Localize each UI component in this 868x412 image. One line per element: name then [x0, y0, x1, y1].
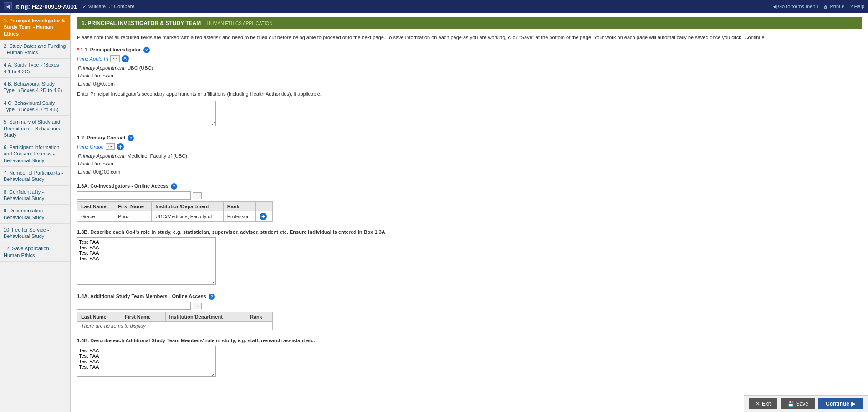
primary-contact-section: 1.2. Primary Contact ? Prinz Grape ··· +…	[77, 135, 862, 176]
print-dropdown-icon: ▾	[842, 4, 844, 9]
table-row: Grape Prinz UBC/Medicine, Faculty of Pro…	[77, 211, 273, 222]
sidebar-item-1[interactable]: 1. Principal Investigator & Study Team -…	[0, 15, 70, 40]
co-investigators-section: 1.3A. Co-Investigators - Online Access ?…	[77, 183, 862, 222]
primary-contact-details: Primary Appointment: Medicine, Faculty o…	[78, 152, 862, 176]
co-investigators-help-icon[interactable]: ?	[171, 183, 177, 190]
additional-team-table: Last Name First Name Institution/Departm…	[77, 312, 273, 330]
sidebar-item-2[interactable]: 2. Study Dates and Funding - Human Ethic…	[0, 40, 70, 59]
validate-button[interactable]: ✓ Validate	[82, 4, 106, 10]
sidebar: 1. Principal Investigator & Study Team -…	[0, 13, 71, 412]
sidebar-item-4[interactable]: 4.B. Behavioural Study Type - (Boxes 4.2…	[0, 78, 70, 97]
co-investigators-role-textarea[interactable]: Test PAA Test PAA Test PAA Test PAA	[77, 237, 216, 285]
primary-contact-name: Prinz Grape	[77, 144, 104, 149]
additional-team-section: 1.4A. Additional Study Team Members - On…	[77, 294, 862, 330]
co-investigators-label: 1.3A. Co-Investigators - Online Access ?	[77, 183, 862, 190]
go-to-forms-link[interactable]: ◀ Go to forms menu	[773, 4, 818, 10]
row-remove-button[interactable]: +	[260, 213, 267, 220]
save-button[interactable]: 💾 Save	[781, 398, 815, 409]
pi-secondary-textarea[interactable]	[77, 101, 216, 126]
co-investigators-search-row: ···	[77, 191, 862, 200]
additional-team-search-button[interactable]: ···	[193, 303, 202, 309]
co-investigators-search-button[interactable]: ···	[193, 192, 202, 199]
sidebar-item-7[interactable]: 6. Participant Information and Consent P…	[0, 141, 70, 167]
instructions-text: Please note that all required fields are…	[77, 34, 862, 41]
help-link[interactable]: ? Help	[850, 4, 864, 9]
sidebar-item-11[interactable]: 10. Fee for Service - Behavioural Study	[0, 224, 70, 243]
compare-icon: ⇌	[108, 4, 112, 10]
no-items-row: There are no items to display	[77, 322, 273, 330]
top-right-actions: ◀ Go to forms menu 🖨 Print ▾ ? Help	[773, 4, 864, 10]
additional-team-help-icon[interactable]: ?	[209, 294, 215, 300]
add-col-rank: Rank	[246, 312, 272, 322]
continue-button[interactable]: Continue ▶	[818, 398, 863, 409]
pi-details: Primary Appointment: UBC (UBC) Rank: Pro…	[78, 64, 862, 88]
additional-team-search-input[interactable]	[77, 302, 191, 310]
help-icon: ?	[850, 4, 853, 9]
sidebar-item-12[interactable]: 12. Save Application - Human Ethics	[0, 242, 70, 262]
col-institution: Institution/Department	[152, 202, 223, 211]
section-main-label: 1. PRINCIPAL INVESTIGATOR & STUDY TEAM	[82, 20, 201, 26]
pi-name: Prinz Apple PI	[77, 56, 108, 62]
primary-contact-label: 1.2. Primary Contact ?	[77, 135, 862, 141]
col-action	[256, 202, 273, 211]
primary-contact-browse-button[interactable]: ···	[106, 143, 115, 150]
sidebar-item-10[interactable]: 9. Documentation - Behavioural Study	[0, 205, 70, 224]
cell-rank: Professor	[223, 211, 255, 222]
cell-remove: +	[256, 211, 273, 222]
app-title: iting: H22-00919-A001	[15, 3, 77, 10]
additional-team-role-textarea[interactable]: Test PAA Test PAA Test PAA Test PAA	[77, 346, 216, 377]
col-rank: Rank	[223, 202, 255, 211]
exit-icon: ✕	[756, 401, 760, 407]
additional-team-label: 1.4A. Additional Study Team Members - On…	[77, 294, 862, 300]
forms-icon: ◀	[773, 4, 776, 9]
pi-section: * 1.1. Principal Investigator ? Prinz Ap…	[77, 47, 862, 128]
co-investigators-search-input[interactable]	[77, 191, 191, 200]
primary-contact-person-row: Prinz Grape ··· +	[77, 143, 862, 150]
section-header: 1. PRINCIPAL INVESTIGATOR & STUDY TEAM -…	[77, 17, 862, 29]
pi-person-row: Prinz Apple PI ··· ✕	[77, 55, 862, 62]
pi-browse-button[interactable]: ···	[110, 55, 119, 62]
cell-institution: UBC/Medicine, Faculty of	[152, 211, 223, 222]
cell-last-name: Grape	[77, 211, 114, 222]
main-content: 1. PRINCIPAL INVESTIGATOR & STUDY TEAM -…	[71, 13, 868, 412]
add-col-last-name: Last Name	[77, 312, 121, 322]
pi-label: * 1.1. Principal Investigator ?	[77, 47, 862, 53]
sidebar-item-6[interactable]: 5. Summary of Study and Recruitment - Be…	[0, 116, 70, 141]
pi-secondary-label: Enter Principal Investigator's secondary…	[77, 91, 862, 98]
no-items-label: There are no items to display	[77, 322, 273, 330]
save-icon: 💾	[787, 401, 794, 407]
co-investigators-table: Last Name First Name Institution/Departm…	[77, 201, 273, 222]
compare-button[interactable]: ⇌ Compare	[108, 4, 134, 10]
print-icon: 🖨	[823, 4, 828, 9]
additional-team-role-label: 1.4B. Describe each Additional Study Tea…	[77, 338, 862, 343]
col-last-name: Last Name	[77, 202, 114, 211]
sidebar-item-3[interactable]: 4.A. Study Type - (Boxes 4.1 to 4.2C)	[0, 59, 70, 78]
required-asterisk: *	[77, 47, 79, 52]
continue-arrow-icon: ▶	[851, 401, 855, 407]
additional-team-role-section: 1.4B. Describe each Additional Study Tea…	[77, 338, 862, 378]
exit-button[interactable]: ✕ Exit	[749, 398, 777, 409]
sidebar-item-8[interactable]: 7. Number of Participants - Behavioural …	[0, 167, 70, 186]
sidebar-item-5[interactable]: 4.C. Behavioural Study Type - (Boxes 4.7…	[0, 97, 70, 116]
top-bar: ◀ iting: H22-00919-A001 ✓ Validate ⇌ Com…	[0, 0, 868, 13]
bottom-bar: ✕ Exit 💾 Save Continue ▶	[744, 395, 868, 412]
collapse-sidebar-button[interactable]: ◀	[4, 2, 12, 10]
co-investigators-role-section: 1.3B. Describe each Co-I's role in study…	[77, 229, 862, 286]
primary-contact-add-button[interactable]: +	[117, 143, 124, 150]
cell-first-name: Prinz	[114, 211, 152, 222]
add-col-first-name: First Name	[121, 312, 165, 322]
co-investigators-role-label: 1.3B. Describe each Co-I's role in study…	[77, 229, 862, 235]
col-first-name: First Name	[114, 202, 152, 211]
add-col-institution: Institution/Department	[165, 312, 246, 322]
pi-remove-button[interactable]: ✕	[122, 55, 129, 62]
validate-icon: ✓	[82, 4, 87, 10]
section-sub-label: - HUMAN ETHICS APPLICATION	[204, 21, 273, 26]
primary-contact-help-icon[interactable]: ?	[128, 135, 134, 141]
print-link[interactable]: 🖨 Print ▾	[823, 4, 844, 10]
sidebar-item-9[interactable]: 8. Confidentiality - Behavioural Study	[0, 186, 70, 205]
additional-team-search-row: ···	[77, 302, 862, 310]
pi-help-icon[interactable]: ?	[143, 47, 150, 53]
